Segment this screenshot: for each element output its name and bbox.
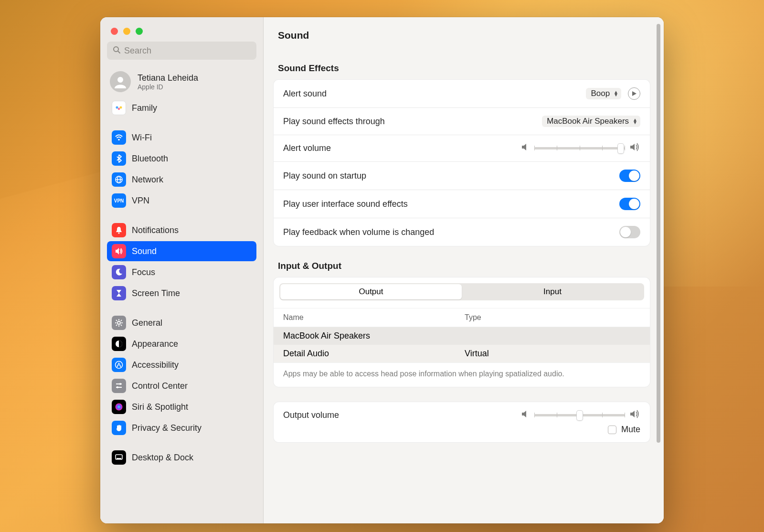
page-header: Sound — [264, 17, 661, 63]
svg-point-5 — [118, 108, 120, 110]
row-label: Play user interface sound effects — [283, 199, 408, 209]
sidebar-item-network[interactable]: Network — [107, 170, 256, 190]
output-volume-slider[interactable] — [521, 410, 640, 421]
io-table-header: Name Type — [274, 308, 650, 327]
moon-icon — [112, 265, 126, 279]
io-segmented: Output Input — [279, 283, 644, 300]
segment-output[interactable]: Output — [280, 284, 462, 299]
sidebar-item-control-center[interactable]: Control Center — [107, 376, 256, 396]
bell-icon — [112, 223, 126, 237]
alert-volume-slider[interactable] — [521, 143, 640, 154]
sidebar-item-vpn[interactable]: VPNVPN — [107, 191, 256, 211]
search-input[interactable] — [124, 46, 251, 56]
col-type: Type — [465, 313, 481, 322]
card-sound-effects: Alert sound Boop ▲▼ Play sound effects t… — [273, 79, 650, 246]
alert-sound-value: Boop — [591, 89, 610, 98]
zoom-window-button[interactable] — [136, 28, 143, 35]
hourglass-icon — [112, 286, 126, 300]
minimize-window-button[interactable] — [123, 28, 130, 35]
sidebar-item-label: Appearance — [132, 339, 178, 349]
sidebar-item-appearance[interactable]: Appearance — [107, 334, 256, 354]
mute-checkbox[interactable] — [608, 426, 616, 434]
svg-line-20 — [121, 320, 122, 321]
feedback-toggle[interactable] — [619, 226, 640, 238]
bt-icon — [112, 151, 126, 166]
alert-sound-select[interactable]: Boop ▲▼ — [586, 88, 621, 99]
svg-marker-31 — [632, 91, 637, 96]
row-label: Output volume — [283, 410, 339, 420]
svg-point-6 — [118, 139, 120, 141]
content-scroll[interactable]: Sound Sound Effects Alert sound Boop ▲▼ — [264, 17, 664, 523]
sidebar-item-sound[interactable]: Sound — [107, 241, 256, 261]
sidebar-item-label: Control Center — [132, 381, 188, 391]
svg-point-10 — [118, 232, 119, 234]
sidebar-item-label: Siri & Spotlight — [132, 402, 188, 412]
row-output-volume: Output volume — [274, 402, 650, 425]
card-output-volume: Output volume — [273, 402, 650, 443]
col-name: Name — [283, 313, 465, 322]
chevron-updown-icon: ▲▼ — [633, 118, 637, 124]
mute-label: Mute — [621, 425, 640, 435]
row-label: Play feedback when volume is changed — [283, 227, 434, 237]
row-play-through: Play sound effects through MacBook Air S… — [274, 108, 650, 135]
close-window-button[interactable] — [111, 28, 118, 35]
hand-icon — [112, 421, 126, 435]
svg-point-4 — [120, 106, 122, 109]
sidebar-item-label: Bluetooth — [132, 154, 168, 164]
startup-sound-toggle[interactable] — [619, 170, 640, 182]
speaker-high-icon — [630, 143, 640, 154]
svg-line-18 — [121, 325, 122, 326]
sidebar-item-label: Accessibility — [132, 360, 179, 370]
play-through-value: MacBook Air Speakers — [547, 117, 629, 126]
svg-marker-11 — [116, 248, 119, 255]
row-mute: Mute — [274, 425, 650, 442]
sidebar-item-focus[interactable]: Focus — [107, 262, 256, 282]
ui-sound-effects-toggle[interactable] — [619, 198, 640, 210]
segment-input[interactable]: Input — [462, 284, 643, 299]
account-text: Tetiana Leheida Apple ID — [138, 73, 198, 91]
👨‍👩‍👧-icon — [112, 101, 126, 115]
play-alert-button[interactable] — [628, 87, 640, 100]
sidebar-item-account[interactable]: Tetiana Leheida Apple ID — [100, 65, 263, 96]
row-ui-sound-effects: Play user interface sound effects — [274, 190, 650, 218]
device-type: Virtual — [465, 349, 489, 359]
section-title-io: Input & Output — [264, 261, 661, 277]
play-through-select[interactable]: MacBook Air Speakers ▲▼ — [542, 116, 640, 127]
window-controls — [100, 22, 263, 42]
sidebar-item-label: Sound — [132, 246, 157, 256]
sidebar-item-general[interactable]: General — [107, 313, 256, 333]
scrollbar[interactable] — [656, 24, 661, 517]
gear-icon — [112, 316, 126, 330]
sidebar-item-screen-time[interactable]: Screen Time — [107, 283, 256, 303]
svg-marker-33 — [630, 144, 635, 150]
avatar-icon — [110, 71, 131, 92]
sidebar-item-wi-fi[interactable]: Wi-Fi — [107, 128, 256, 148]
search-field[interactable] — [107, 42, 256, 60]
sidebar-item-label: Wi-Fi — [132, 133, 152, 143]
svg-point-23 — [118, 362, 119, 364]
svg-marker-34 — [522, 411, 526, 417]
sidebar-item-bluetooth[interactable]: Bluetooth — [107, 149, 256, 169]
sidebar-item-desktop-dock[interactable]: Desktop & Dock — [107, 447, 256, 468]
svg-point-27 — [117, 386, 118, 388]
sidebar-item-accessibility[interactable]: Accessibility — [107, 355, 256, 375]
sidebar-item-label: Network — [132, 175, 163, 185]
sidebar-item-family[interactable]: Family — [107, 98, 256, 118]
account-sub: Apple ID — [138, 83, 198, 91]
globe-icon — [112, 172, 126, 187]
row-startup-sound: Play sound on startup — [274, 162, 650, 190]
dock-icon — [112, 450, 126, 465]
content: Sound Sound Effects Alert sound Boop ▲▼ — [264, 17, 664, 523]
device-row[interactable]: MacBook Air Speakers — [274, 327, 650, 345]
sidebar-item-privacy-security[interactable]: Privacy & Security — [107, 418, 256, 438]
speaker-low-icon — [521, 143, 530, 154]
sidebar-item-notifications[interactable]: Notifications — [107, 220, 256, 240]
sidebar-item-label: Desktop & Dock — [132, 453, 193, 463]
svg-point-2 — [117, 77, 123, 83]
device-row[interactable]: Detail AudioVirtual — [274, 345, 650, 362]
sidebar: Tetiana Leheida Apple ID FamilyWi-FiBlue… — [100, 17, 264, 523]
row-alert-sound: Alert sound Boop ▲▼ — [274, 80, 650, 108]
device-name: Detail Audio — [283, 349, 465, 359]
sidebar-item-siri-spotlight[interactable]: Siri & Spotlight — [107, 397, 256, 417]
device-name: MacBook Air Speakers — [283, 331, 465, 341]
